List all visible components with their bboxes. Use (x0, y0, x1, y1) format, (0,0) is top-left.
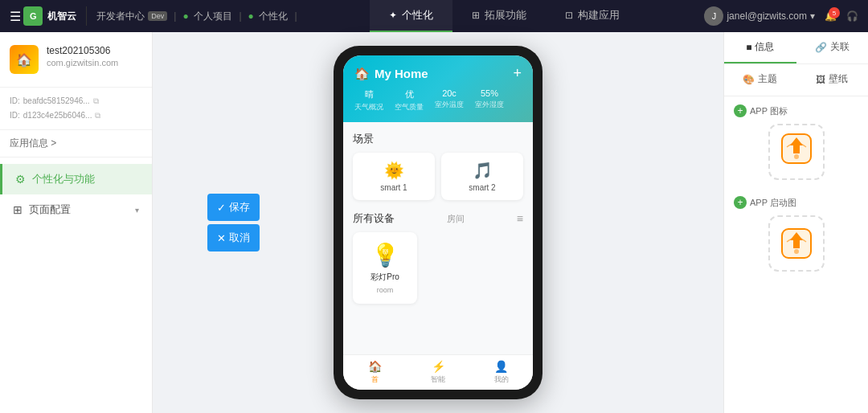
nav-tab-personalization[interactable]: ✦ 个性化 (370, 0, 452, 32)
bottom-nav-home[interactable]: 🏠 首 (343, 360, 407, 385)
nav-tab-extensions[interactable]: ⊞ 拓展功能 (452, 0, 546, 32)
phone-header: 🏠 My Home + 晴 天气概况 优 (343, 55, 533, 122)
nav-dev-badge: Dev (148, 11, 167, 21)
user-avatar: J (704, 6, 723, 26)
devices-section: 所有设备 房间 ≡ 💡 彩灯Pro room (353, 211, 523, 304)
extensions-tab-label: 拓展功能 (485, 8, 526, 22)
content-area: ✓ 保存 ✕ 取消 🏠 My Home (153, 32, 868, 413)
devices-menu-icon[interactable]: ≡ (517, 212, 523, 225)
personalization-menu-icon: ⚙ (15, 173, 26, 186)
hamburger-icon[interactable]: ☰ (10, 9, 21, 24)
cancel-x-icon: ✕ (217, 232, 226, 244)
build-tab-label: 构建应用 (578, 8, 620, 22)
nav-divider2: | (239, 10, 241, 22)
nav-username: janel@gizwits.com (727, 10, 807, 22)
id-value1: beafdc58152946... (23, 94, 90, 108)
save-button[interactable]: ✓ 保存 (207, 194, 260, 221)
cancel-button[interactable]: ✕ 取消 (207, 224, 260, 251)
app-splash-section: + APP 启动图 (724, 188, 868, 280)
right-tab-association[interactable]: 🔗 关联 (796, 32, 869, 63)
devices-title: 所有设备 (353, 211, 395, 226)
nav-dev-center[interactable]: 开发者中心 (96, 10, 145, 23)
home-house-icon: 🏠 (354, 67, 370, 81)
nav-tab-build[interactable]: ⊡ 构建应用 (546, 0, 639, 32)
right-tab-info[interactable]: ■ 信息 (724, 32, 796, 63)
weather-humidity: 55% 室外湿度 (475, 88, 504, 112)
info-tab-icon: ■ (746, 42, 751, 53)
bottom-profile-label: 我的 (494, 374, 509, 385)
devices-room: 房间 (447, 213, 465, 225)
nav-user[interactable]: J janel@gizwits.com ▾ (704, 6, 815, 26)
right-panel-tabs-row1: ■ 信息 🔗 关联 (724, 32, 868, 64)
bottom-nav-smart[interactable]: ⚡ 智能 (407, 360, 470, 385)
theme-tab-label: 主题 (758, 72, 777, 86)
phone-screen: 🏠 My Home + 晴 天气概况 优 (343, 55, 533, 390)
device1-room: room (377, 286, 394, 294)
theme-tab-icon: 🎨 (743, 74, 755, 85)
extensions-tab-icon: ⊞ (472, 10, 480, 21)
sidebar-menu: ⚙ 个性化与功能 ⊞ 页面配置 ▾ (0, 157, 152, 231)
phone-frame: 🏠 My Home + 晴 天气概况 优 (334, 46, 542, 399)
device1-icon: 💡 (371, 242, 399, 268)
info-tab-label: 信息 (755, 40, 774, 54)
scene2-name: smart 2 (469, 183, 495, 192)
copy-id1-icon[interactable]: ⧉ (93, 94, 99, 108)
sidebar-item-page-config[interactable]: ⊞ 页面配置 ▾ (0, 194, 152, 225)
sidebar-item-personalization[interactable]: ⚙ 个性化与功能 (0, 164, 152, 194)
app-icon-preview[interactable] (768, 124, 825, 180)
personalization-tab-label: 个性化 (402, 8, 433, 22)
device1-name: 彩灯Pro (371, 272, 399, 283)
phone-content: 场景 🌞 smart 1 🎵 smart 2 (343, 122, 533, 354)
scene1-icon: 🌞 (384, 161, 404, 180)
profile-icon: 🏠 (10, 45, 39, 74)
add-app-icon-button[interactable]: + (734, 104, 747, 117)
bell-badge: 5 (829, 7, 840, 18)
scene-grid: 🌞 smart 1 🎵 smart 2 (353, 153, 523, 200)
svg-point-3 (794, 249, 799, 254)
wallpaper-tab-icon: 🖼 (816, 74, 825, 85)
nav-customization[interactable]: ● 个性化 (248, 10, 289, 23)
app-info-link[interactable]: 应用信息 > (0, 130, 152, 157)
app-icon-section: + APP 图标 (724, 96, 868, 188)
personalization-menu-label: 个性化与功能 (32, 172, 95, 186)
id-value2: d123c4e25b6046... (23, 108, 92, 123)
right-tab-wallpaper[interactable]: 🖼 壁纸 (796, 64, 869, 96)
bottom-smart-label: 智能 (431, 374, 445, 385)
top-navigation: ☰ G 机智云 开发者中心 Dev | ● 个人项目 | ● 个性化 | ✦ 个… (0, 0, 868, 32)
profile-info: test202105306 com.gizwitsin.com (47, 45, 142, 67)
nav-personal-project[interactable]: ● 个人项目 (182, 10, 232, 23)
sidebar: 🏠 test202105306 com.gizwitsin.com ID: be… (0, 32, 153, 413)
bottom-profile-icon: 👤 (494, 360, 508, 373)
svg-point-1 (794, 154, 799, 159)
scene-item-2[interactable]: 🎵 smart 2 (441, 153, 523, 200)
copy-id2-icon[interactable]: ⧉ (95, 108, 100, 123)
add-splash-button[interactable]: + (734, 196, 747, 209)
weather-air: 优 空气质量 (395, 88, 424, 112)
profile-id1: ID: beafdc58152946... ⧉ (10, 94, 142, 108)
phone-add-home-icon[interactable]: + (513, 65, 522, 82)
app-splash-label: + APP 启动图 (734, 196, 858, 209)
app-splash-preview[interactable] (768, 215, 825, 272)
bottom-nav-profile[interactable]: 👤 我的 (469, 360, 533, 385)
profile-ids: ID: beafdc58152946... ⧉ ID: d123c4e25b60… (0, 88, 152, 130)
nav-logo: G 机智云 (23, 6, 87, 26)
app-icon-image (779, 131, 814, 173)
personalization-tab-icon: ✦ (389, 10, 397, 21)
bottom-smart-icon: ⚡ (432, 360, 445, 373)
scene-item-1[interactable]: 🌞 smart 1 (353, 153, 435, 200)
device-card-1[interactable]: 💡 彩灯Pro room (353, 232, 417, 304)
profile-name: test202105306 (47, 45, 142, 56)
main-layout: 🏠 test202105306 com.gizwitsin.com ID: be… (0, 32, 868, 413)
association-tab-label: 关联 (830, 40, 850, 54)
nav-right: J janel@gizwits.com ▾ 🔔 5 🎧 (704, 6, 858, 26)
right-panel-tabs-row2: 🎨 主题 🖼 壁纸 (724, 64, 868, 96)
save-check-icon: ✓ (217, 202, 226, 214)
save-cancel-panel: ✓ 保存 ✕ 取消 (207, 194, 260, 251)
phone-home-title: 🏠 My Home (354, 67, 428, 81)
weather-temp: 20c 室外温度 (435, 88, 464, 112)
devices-header: 所有设备 房间 ≡ (353, 211, 523, 226)
nav-headphone-icon[interactable]: 🎧 (846, 10, 858, 22)
right-tab-theme[interactable]: 🎨 主题 (724, 64, 796, 96)
nav-bell[interactable]: 🔔 5 (825, 10, 837, 22)
profile-domain: com.gizwitsin.com (47, 58, 142, 67)
